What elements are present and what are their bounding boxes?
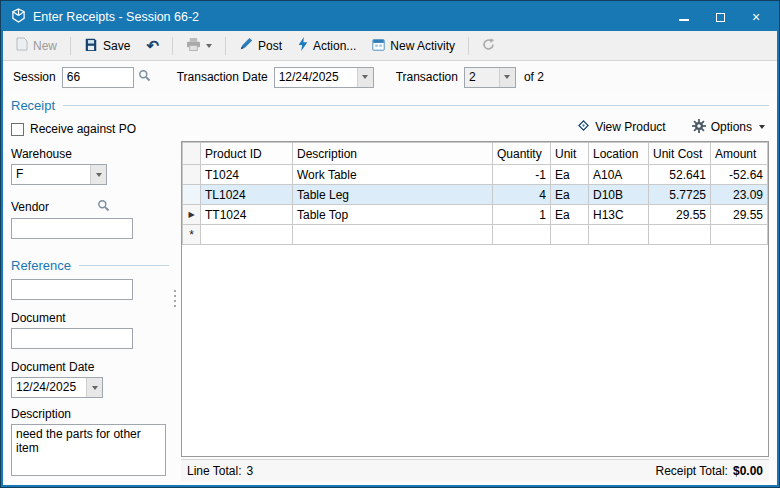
new-document-icon xyxy=(16,37,28,54)
action-button[interactable]: Action... xyxy=(291,33,363,58)
cell-amount[interactable]: 29.55 xyxy=(711,205,768,225)
cell-amount[interactable]: -52.64 xyxy=(711,165,768,185)
title-bar[interactable]: Enter Receipts - Session 66-2 × xyxy=(3,3,777,31)
line-total-value: 3 xyxy=(247,464,254,478)
warehouse-combo[interactable]: F xyxy=(11,164,107,185)
column-header-product-id[interactable]: Product ID xyxy=(201,143,293,165)
cell-unit-cost[interactable]: 52.641 xyxy=(649,165,711,185)
document-input[interactable] xyxy=(11,328,133,349)
main-toolbar: New Save ↶ Post Action... New Activity xyxy=(3,31,777,61)
cell-unit[interactable]: Ea xyxy=(551,205,589,225)
transaction-date-label: Transaction Date xyxy=(177,70,268,84)
cell-empty[interactable] xyxy=(493,225,551,245)
cell-quantity[interactable]: 1 xyxy=(493,205,551,225)
row-selector[interactable] xyxy=(183,185,201,205)
minimize-button[interactable] xyxy=(677,10,691,24)
status-bar: Line Total: 3 Receipt Total: $0.00 xyxy=(181,459,769,481)
transaction-combo[interactable]: 2 xyxy=(464,67,516,88)
receipt-total-label: Receipt Total: xyxy=(655,464,728,478)
column-header-unit-cost[interactable]: Unit Cost xyxy=(649,143,711,165)
maximize-button[interactable] xyxy=(713,10,727,24)
reference-section-title: Reference xyxy=(11,258,71,273)
cell-empty[interactable] xyxy=(293,225,493,245)
cell-product-id[interactable]: T1024 xyxy=(201,165,293,185)
column-header-quantity[interactable]: Quantity xyxy=(493,143,551,165)
grid-row-2: TL1024 Table Leg 4 Ea D10B 5.7725 23.09 xyxy=(183,185,768,205)
receive-against-po-checkbox[interactable] xyxy=(11,123,24,136)
document-date-combo[interactable]: 12/24/2025 xyxy=(11,377,103,398)
cell-amount[interactable]: 23.09 xyxy=(711,185,768,205)
cell-product-id[interactable]: TL1024 xyxy=(201,185,293,205)
grid-actions-bar: View Product Options xyxy=(181,115,769,141)
cell-product-id[interactable]: TT1024 xyxy=(201,205,293,225)
session-field-row: Session Transaction Date 12/24/2025 Tran… xyxy=(3,61,777,93)
column-header-description[interactable]: Description xyxy=(293,143,493,165)
vendor-input[interactable] xyxy=(11,218,133,239)
app-logo-icon xyxy=(11,8,26,26)
cell-description[interactable]: Table Leg xyxy=(293,185,493,205)
cell-unit-cost[interactable]: 5.7725 xyxy=(649,185,711,205)
enter-receipts-window: Enter Receipts - Session 66-2 × New Save… xyxy=(1,1,779,487)
new-row-marker[interactable]: * xyxy=(183,225,201,245)
lightning-icon xyxy=(298,37,308,54)
column-header-unit[interactable]: Unit xyxy=(551,143,589,165)
app-window-frame: Enter Receipts - Session 66-2 × New Save… xyxy=(0,0,780,488)
chevron-down-icon xyxy=(499,68,515,87)
chevron-down-icon xyxy=(357,68,373,87)
toolbar-separator xyxy=(225,37,226,55)
session-lookup-icon[interactable] xyxy=(138,69,151,85)
toolbar-separator xyxy=(70,37,71,55)
cell-empty[interactable] xyxy=(589,225,649,245)
cell-empty[interactable] xyxy=(649,225,711,245)
section-divider xyxy=(79,265,169,266)
cell-quantity[interactable]: -1 xyxy=(493,165,551,185)
receive-against-po-row[interactable]: Receive against PO xyxy=(11,122,169,136)
session-input[interactable] xyxy=(62,67,134,88)
options-button[interactable]: Options xyxy=(692,119,765,136)
receipt-section-title: Receipt xyxy=(11,98,55,113)
new-button[interactable]: New xyxy=(9,33,64,58)
calendar-icon xyxy=(372,38,385,54)
vendor-lookup-icon[interactable] xyxy=(97,199,110,215)
cell-description[interactable]: Table Top xyxy=(293,205,493,225)
warehouse-label: Warehouse xyxy=(11,147,169,161)
cell-empty[interactable] xyxy=(551,225,589,245)
refresh-icon xyxy=(482,38,495,54)
undo-button[interactable]: ↶ xyxy=(139,36,166,56)
column-header-amount[interactable]: Amount xyxy=(711,143,768,165)
refresh-button[interactable] xyxy=(475,34,502,58)
grid-header-row: Product ID Description Quantity Unit Loc… xyxy=(183,143,768,165)
cell-empty[interactable] xyxy=(201,225,293,245)
row-selector-current[interactable]: ▶ xyxy=(183,205,201,225)
options-dropdown-arrow xyxy=(759,125,765,129)
post-button[interactable]: Post xyxy=(232,33,289,58)
document-label: Document xyxy=(11,311,169,325)
column-header-location[interactable]: Location xyxy=(589,143,649,165)
transaction-date-combo[interactable]: 12/24/2025 xyxy=(274,67,374,88)
close-button[interactable]: × xyxy=(749,10,763,24)
cell-empty[interactable] xyxy=(711,225,768,245)
row-selector[interactable] xyxy=(183,165,201,185)
receipt-form-panel: Receive against PO Warehouse F Vendor Re… xyxy=(11,115,169,481)
line-total-label: Line Total: xyxy=(187,464,242,478)
cell-location[interactable]: D10B xyxy=(589,185,649,205)
cell-unit[interactable]: Ea xyxy=(551,185,589,205)
view-product-button[interactable]: View Product xyxy=(577,119,665,135)
cell-location[interactable]: A10A xyxy=(589,165,649,185)
row-selector-header[interactable] xyxy=(183,143,201,165)
cell-unit-cost[interactable]: 29.55 xyxy=(649,205,711,225)
description-textarea[interactable]: need the parts for other item xyxy=(11,424,166,476)
save-button[interactable]: Save xyxy=(77,33,137,58)
grid-row-1: T1024 Work Table -1 Ea A10A 52.641 -52.6… xyxy=(183,165,768,185)
cell-unit[interactable]: Ea xyxy=(551,165,589,185)
receipt-lines-panel: View Product Options xyxy=(181,115,769,481)
minimize-icon xyxy=(679,19,689,21)
reference-input[interactable] xyxy=(11,279,133,300)
print-button[interactable] xyxy=(179,34,219,58)
vendor-label: Vendor xyxy=(11,200,49,214)
panel-splitter[interactable] xyxy=(169,115,181,481)
cell-location[interactable]: H13C xyxy=(589,205,649,225)
cell-quantity[interactable]: 4 xyxy=(493,185,551,205)
new-activity-button[interactable]: New Activity xyxy=(365,34,462,58)
cell-description[interactable]: Work Table xyxy=(293,165,493,185)
